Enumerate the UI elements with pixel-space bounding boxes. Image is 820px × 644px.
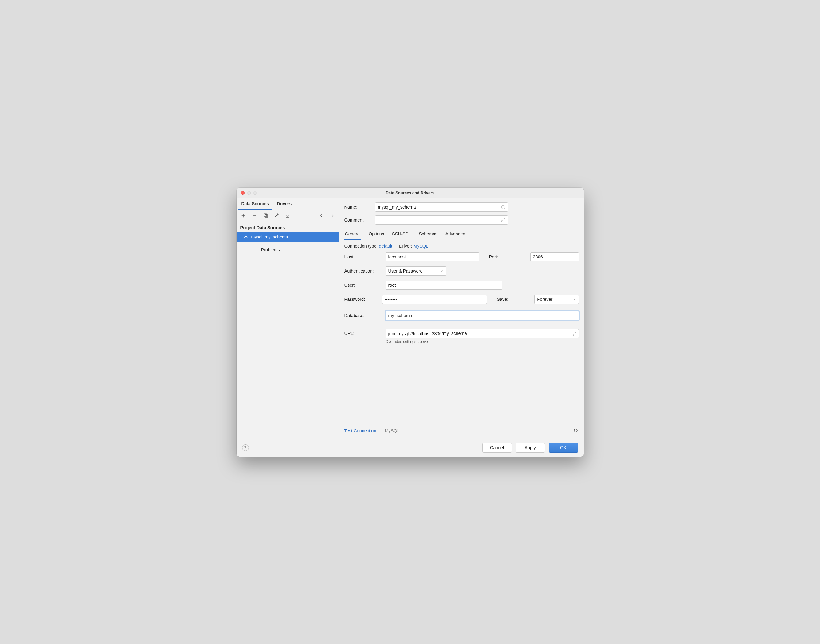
tab-sshssl[interactable]: SSH/SSL — [391, 229, 411, 240]
driver-link[interactable]: MySQL — [414, 244, 428, 248]
window-title: Data Sources and Drivers — [386, 190, 434, 195]
tab-data-sources[interactable]: Data Sources — [238, 199, 272, 210]
url-hint: Overrides settings above — [386, 339, 579, 344]
tab-options[interactable]: Options — [368, 229, 385, 240]
password-input[interactable]: •••••••• — [382, 294, 487, 304]
remove-icon[interactable] — [251, 213, 257, 219]
chevron-down-icon — [440, 269, 444, 273]
add-icon[interactable] — [240, 213, 247, 219]
minimize-window-icon — [247, 191, 251, 195]
save-select[interactable]: Forever — [534, 294, 578, 304]
database-input[interactable] — [386, 311, 579, 320]
test-connection-link[interactable]: Test Connection — [345, 428, 376, 433]
cancel-button[interactable]: Cancel — [482, 443, 512, 452]
connection-type-label: Connection type: — [345, 244, 378, 248]
zoom-window-icon — [253, 191, 257, 195]
port-input[interactable] — [530, 252, 579, 261]
url-db: my_schema — [443, 331, 467, 336]
database-label: Database: — [345, 313, 381, 318]
duplicate-icon[interactable] — [262, 213, 268, 219]
name-label: Name: — [345, 205, 371, 210]
user-label: User: — [345, 283, 381, 288]
dialog-footer: ? Cancel Apply OK — [236, 439, 584, 457]
tab-advanced[interactable]: Advanced — [445, 229, 466, 240]
sidebar-problems[interactable]: Problems — [236, 242, 339, 252]
user-input[interactable] — [386, 281, 502, 290]
dialog-window: Data Sources and Drivers Data Sources Dr… — [236, 188, 584, 457]
comment-input[interactable] — [375, 215, 508, 225]
driver-label: Driver: — [399, 244, 412, 248]
revert-icon[interactable] — [573, 428, 579, 434]
connection-info: Connection type: default Driver: MySQL — [339, 240, 584, 248]
sidebar-section-title: Project Data Sources — [236, 222, 339, 232]
close-window-icon[interactable] — [241, 191, 245, 195]
sidebar-item-label: mysql_my_schema — [251, 235, 288, 239]
tab-drivers[interactable]: Drivers — [274, 199, 295, 210]
help-icon[interactable]: ? — [242, 444, 249, 451]
url-label: URL: — [345, 329, 381, 336]
svg-point-2 — [501, 205, 505, 209]
host-label: Host: — [345, 255, 381, 259]
main-panel: Name: Comment: — [339, 198, 584, 439]
port-label: Port: — [489, 255, 526, 259]
host-input[interactable] — [386, 252, 479, 261]
password-label: Password: — [345, 297, 378, 302]
main-tabs: General Options SSH/SSL Schemas Advanced — [339, 228, 584, 240]
expand-icon[interactable] — [500, 217, 506, 223]
sidebar-toolbar — [236, 210, 339, 222]
svg-rect-0 — [264, 213, 266, 216]
import-icon[interactable] — [285, 213, 291, 219]
save-label: Save: — [497, 297, 530, 302]
authentication-label: Authentication: — [345, 268, 381, 273]
name-input[interactable] — [375, 202, 508, 212]
expand-icon[interactable] — [572, 331, 577, 336]
window-controls — [241, 191, 257, 195]
sidebar: Data Sources Drivers — [236, 198, 339, 439]
save-value: Forever — [537, 297, 552, 302]
svg-rect-1 — [265, 215, 267, 218]
color-circle-icon[interactable] — [500, 204, 506, 210]
titlebar: Data Sources and Drivers — [236, 188, 584, 198]
chevron-down-icon — [572, 297, 576, 301]
sidebar-item-mysql-my-schema[interactable]: mysql_my_schema — [236, 232, 339, 242]
back-icon[interactable] — [318, 213, 325, 219]
tab-general[interactable]: General — [345, 229, 362, 240]
connection-type-link[interactable]: default — [379, 244, 392, 248]
forward-icon — [330, 213, 336, 219]
apply-button[interactable]: Apply — [515, 443, 545, 452]
authentication-value: User & Password — [388, 268, 423, 273]
sidebar-tabs: Data Sources Drivers — [236, 198, 339, 210]
url-prefix: jdbc:mysql://localhost:3306/ — [388, 331, 443, 336]
comment-label: Comment: — [345, 218, 371, 222]
url-input[interactable]: jdbc:mysql://localhost:3306/my_schema — [386, 329, 579, 338]
authentication-select[interactable]: User & Password — [386, 267, 446, 276]
driver-name-label: MySQL — [385, 428, 399, 433]
tab-schemas[interactable]: Schemas — [418, 229, 438, 240]
ok-button[interactable]: OK — [549, 443, 578, 452]
mysql-icon — [243, 235, 248, 239]
wrench-icon[interactable] — [273, 213, 280, 219]
main-bottom-bar: Test Connection MySQL — [339, 423, 584, 439]
